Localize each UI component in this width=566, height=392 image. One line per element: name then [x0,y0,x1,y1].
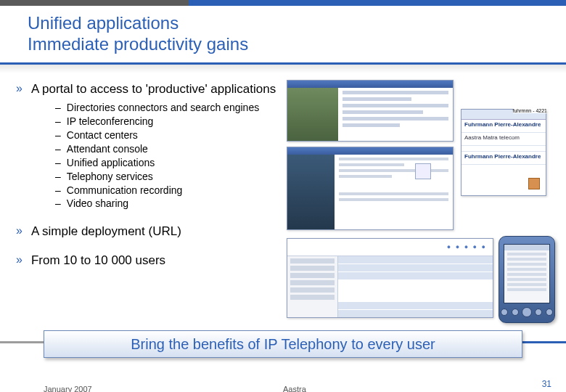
sub-bullet: –Directories connectors and search engin… [55,101,277,115]
sub-text: Directories connectors and search engine… [67,101,259,115]
dash-marker: – [55,170,61,184]
tagline-text: Bring the benefits of IP Telephony to ev… [131,336,435,353]
bullet-3: » From 10 to 10 000 users [16,253,277,268]
content-column: » A portal to access to 'productive' app… [16,81,277,272]
bullet-marker: » [16,253,22,268]
pda-button-icon [546,309,553,316]
footer-stripe-left [0,341,44,343]
pda-dpad-icon [522,307,532,317]
pda-buttons [499,306,554,319]
screenshot-collage: fuhrmnn - 4221 Fuhrmann Pierre-Alexandre… [287,80,555,319]
sub-bullet: –Attendant console [55,142,277,156]
sub-text: Attendant console [67,142,148,156]
contact-company: Aastra Matra telecom [462,133,546,146]
bullet-marker: » [16,81,22,97]
app-screenshot-portal [287,80,454,142]
dash-marker: – [55,115,61,128]
pda-button-icon [501,309,508,316]
contact-name-2: Fuhrmann Pierre-Alexandre [464,153,541,160]
sub-text: Contact centers [67,128,138,142]
bullet-2-text: A simple deployment (URL) [31,224,181,239]
footer-date: January 2007 [44,385,92,392]
toolbar-dots-icon: ● ● ● ● ● [447,243,487,250]
sub-text: Unified applications [67,156,155,170]
sub-bullet: –Telephony services [55,170,277,184]
app-screenshot-directory-card: fuhrmnn - 4221 Fuhrmann Pierre-Alexandre… [461,109,546,196]
title-line-2: Immediate productivity gains [28,34,248,54]
phone-icon [415,163,431,179]
dash-marker: – [55,128,61,142]
contact-name: Fuhrmann Pierre-Alexandre [464,121,541,128]
dash-marker: – [55,197,61,211]
bullet-1: » A portal to access to 'productive' app… [16,81,277,97]
footer-page-number: 31 [542,379,551,389]
sub-bullet: –Unified applications [55,156,277,170]
dash-marker: – [55,184,61,197]
sub-bullet: –Communication recording [55,184,277,197]
bullet-3-text: From 10 to 10 000 users [31,253,165,268]
sub-bullet: –Contact centers [55,128,277,142]
dash-marker: – [55,101,61,115]
sub-text: Communication recording [67,184,183,197]
title-line-1: Unified applications [28,13,179,33]
footer-stripe-right [522,341,566,343]
slide-title: Unified applications Immediate productiv… [28,13,248,55]
card-header-label: fuhrmnn - 4221 [513,108,547,113]
pda-button-icon [535,309,542,316]
tagline-bar: Bring the benefits of IP Telephony to ev… [44,330,522,358]
sub-bullet: –Video sharing [55,197,277,211]
app-screenshot-console: ● ● ● ● ● [287,238,493,318]
avatar-placeholder-icon [528,178,540,189]
sub-text: Video sharing [67,197,128,211]
pda-device-mock [499,236,555,323]
dash-marker: – [55,156,61,170]
sub-bullet-list: –Directories connectors and search engin… [55,101,277,211]
dash-marker: – [55,142,61,156]
sub-text: IP teleconferencing [67,115,154,128]
pda-screen [504,244,550,303]
title-underline-shadow [0,65,566,73]
sub-bullet: –IP teleconferencing [55,115,277,128]
sub-text: Telephony services [67,170,153,184]
bullet-2: » A simple deployment (URL) [16,224,277,239]
footer-brand: Aastra [283,385,306,392]
header-stripe-blue [189,0,566,6]
bullet-1-text: A portal to access to 'productive' appli… [31,81,276,97]
header-stripe-dark [0,0,189,6]
bullet-marker: » [16,224,22,239]
app-screenshot-telephony [287,147,454,230]
pda-button-icon [512,309,519,316]
